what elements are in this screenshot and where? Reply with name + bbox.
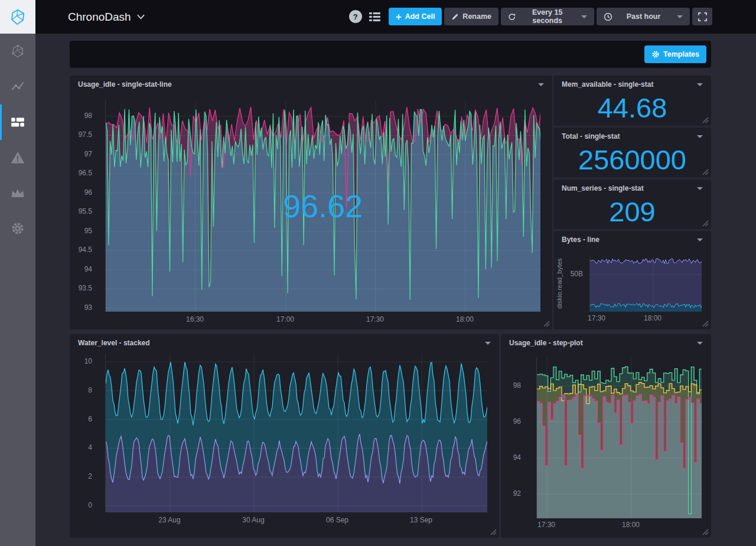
- cell-title: Mem_available - single-stat: [562, 80, 653, 89]
- y-tick-label: 95.5: [79, 207, 92, 215]
- usage-idle-line-canvas: [106, 100, 540, 312]
- cell-mem-available: Mem_available - single-stat 44.68: [553, 76, 711, 126]
- topbar: ChronoDash ? + Add Cell Rename: [0, 0, 756, 34]
- dashboards-icon: [10, 115, 25, 130]
- alert-triangle-icon: [10, 150, 25, 165]
- graph-line-icon: [10, 79, 25, 94]
- rename-label: Rename: [462, 12, 491, 21]
- caret-down-icon: [581, 15, 587, 18]
- autorefresh-label: Every 15 seconds: [519, 8, 575, 25]
- gear-icon: [10, 221, 25, 236]
- y-axis-labels: 92949698: [501, 357, 524, 518]
- resize-handle-icon[interactable]: [702, 320, 709, 327]
- clock-icon: [604, 12, 612, 21]
- y-tick-label: 92: [513, 489, 521, 498]
- usage-idle-line-chart[interactable]: [105, 100, 540, 312]
- chronograf-logo-icon: [9, 8, 27, 26]
- x-axis-labels: 17:3018:00: [536, 521, 702, 531]
- y-tick-label: 94: [513, 453, 521, 462]
- single-stat-value: 44.68: [558, 92, 706, 123]
- x-tick-label: 17:30: [537, 521, 555, 529]
- cell-menu-caret-icon[interactable]: [697, 238, 703, 241]
- resize-handle-icon[interactable]: [490, 528, 497, 535]
- cell-menu-caret-icon[interactable]: [697, 187, 703, 190]
- time-range-dropdown[interactable]: Past hour: [597, 8, 690, 25]
- cell-menu-caret-icon[interactable]: [485, 342, 491, 345]
- single-stat-value: 2560000: [558, 144, 706, 175]
- sidebar-item-admin[interactable]: [0, 175, 35, 211]
- single-stat-value: 209: [558, 196, 706, 227]
- presentation-mode-button[interactable]: [692, 8, 712, 25]
- y-tick-label: 96: [513, 417, 521, 426]
- water-level-chart[interactable]: [105, 354, 487, 512]
- cell-title: Usage_idle - single-stat-line: [78, 80, 172, 89]
- x-tick-label: 18:00: [644, 314, 662, 322]
- templates-button[interactable]: Templates: [644, 45, 706, 63]
- cell-menu-caret-icon[interactable]: [697, 342, 703, 345]
- topbar-actions: ? + Add Cell Rename Every 15 se: [349, 8, 712, 25]
- chevron-down-icon: [137, 14, 145, 19]
- cell-header[interactable]: Usage_idle - single-stat-line: [70, 76, 552, 93]
- cell-header[interactable]: Mem_available - single-stat: [553, 76, 711, 93]
- caret-down-icon: [677, 15, 683, 18]
- resize-handle-icon[interactable]: [702, 528, 709, 535]
- pencil-icon: [451, 13, 459, 21]
- x-axis-labels: 17:3018:00: [589, 314, 702, 325]
- bytes-line-chart[interactable]: [589, 255, 702, 312]
- x-tick-label: 18:00: [622, 521, 640, 529]
- usage-idle-step-chart[interactable]: [536, 357, 702, 518]
- template-variables-bar: Templates: [70, 41, 711, 68]
- y-tick-label: 98: [513, 381, 521, 390]
- chronograf-logo[interactable]: [0, 0, 35, 34]
- x-tick-label: 13 Sep: [410, 516, 432, 524]
- sidebar-item-data-explorer[interactable]: [0, 69, 35, 104]
- x-axis-labels: 16:3017:0017:3018:00: [105, 315, 540, 326]
- cell-menu-caret-icon[interactable]: [697, 135, 703, 138]
- dashboard-title-dropdown[interactable]: ChronoDash: [68, 0, 145, 34]
- cell-header[interactable]: Num_series - single-stat: [553, 179, 711, 197]
- autorefresh-dropdown[interactable]: Every 15 seconds: [501, 8, 594, 25]
- sidebar-item-settings[interactable]: [0, 211, 35, 246]
- graph-list-toggle-button[interactable]: [369, 12, 380, 22]
- rename-button[interactable]: Rename: [444, 8, 498, 25]
- cell-menu-caret-icon[interactable]: [697, 83, 703, 86]
- sidebar-item-hosts[interactable]: [0, 34, 35, 69]
- list-icon: [369, 12, 380, 22]
- y-tick-label: 96: [84, 188, 92, 197]
- y-tick-label: 8: [88, 386, 92, 394]
- cell-menu-caret-icon[interactable]: [538, 83, 544, 86]
- cell-title: Total - single-stat: [562, 132, 620, 140]
- y-tick-label: 94.5: [79, 246, 92, 254]
- resize-handle-icon[interactable]: [702, 168, 709, 175]
- cell-header[interactable]: Water_level - stacked: [70, 334, 499, 352]
- cell-title: Usage_idle - step-plot: [509, 339, 583, 347]
- templates-label: Templates: [663, 50, 699, 58]
- y-tick-label: 10: [84, 357, 92, 365]
- sidebar-item-alerts[interactable]: [0, 140, 35, 175]
- sidebar-item-dashboards[interactable]: [0, 104, 35, 140]
- time-range-label: Past hour: [627, 12, 661, 21]
- y-tick-label: 96.5: [79, 169, 92, 177]
- resize-handle-icon[interactable]: [702, 116, 709, 123]
- x-tick-label: 18:00: [456, 315, 474, 323]
- y-tick-label: 6: [88, 415, 92, 423]
- help-button[interactable]: ?: [349, 10, 362, 23]
- cell-header[interactable]: Total - single-stat: [553, 127, 711, 145]
- cell-header[interactable]: Usage_idle - step-plot: [501, 334, 711, 352]
- cell-header[interactable]: Bytes - line: [553, 231, 711, 249]
- x-tick-label: 06 Sep: [326, 516, 348, 524]
- y-tick-label: 97.5: [79, 130, 92, 139]
- usage-idle-step-canvas: [537, 357, 702, 518]
- x-tick-label: 16:30: [186, 315, 204, 323]
- y-tick-label: 97: [84, 150, 92, 158]
- x-tick-label: 23 Aug: [158, 516, 180, 524]
- y-tick-label: 4: [88, 443, 92, 452]
- resize-handle-icon[interactable]: [702, 220, 709, 227]
- add-cell-button[interactable]: + Add Cell: [389, 8, 442, 25]
- y-tick-label: 98: [84, 112, 92, 120]
- refresh-icon: [508, 12, 516, 21]
- y-tick-label: 2: [88, 472, 92, 480]
- bytes-line-canvas: [590, 255, 702, 312]
- resize-handle-icon[interactable]: [543, 320, 550, 327]
- cell-water-level: Water_level - stacked 0246810 23 Aug30 A…: [70, 334, 499, 538]
